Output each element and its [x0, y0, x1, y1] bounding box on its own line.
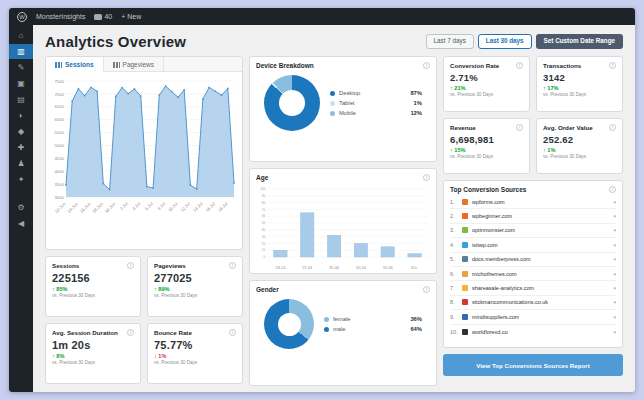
info-icon[interactable]: i	[516, 124, 523, 131]
info-icon[interactable]: i	[423, 286, 430, 293]
sidebar-item-tools[interactable]: ✦	[9, 172, 33, 187]
info-icon[interactable]: i	[423, 174, 430, 181]
svg-text:0: 0	[263, 255, 265, 259]
metric-value: 3142	[543, 72, 616, 83]
comments-bubble-icon	[94, 14, 102, 20]
svg-text:55-64: 55-64	[383, 266, 393, 270]
wordpress-logo-menu[interactable]: W	[17, 12, 27, 22]
main-content: Analytics Overview Last 7 days Last 30 d…	[33, 25, 635, 392]
legend-label: female	[333, 316, 350, 322]
tab-sessions[interactable]: Sessions	[46, 57, 104, 72]
conversion-source-row[interactable]: 6.michothemes.com▾	[450, 267, 616, 281]
metric-card-conversion-rate: Conversion Ratei 2.71% ↑ 21% vs. Previou…	[443, 56, 530, 112]
sidebar-item-posts[interactable]: ✎	[9, 60, 33, 75]
view-report-button[interactable]: View Top Conversions Sources Report	[443, 354, 623, 376]
sidebar-item-dashboard[interactable]: ⌂	[9, 28, 33, 43]
metric-label: Avg. Order Value	[543, 124, 593, 131]
conversion-source-row[interactable]: 8.stickmancommunications.co.uk▾	[450, 296, 616, 310]
svg-text:3000: 3000	[54, 195, 64, 200]
metric-delta: 85%	[56, 286, 67, 292]
sessions-trend-chart: 3000350040004500500055006000650070007500…	[46, 72, 242, 237]
svg-text:35-44: 35-44	[329, 266, 339, 270]
legend-item: female36%	[324, 316, 422, 322]
metric-compare-label: vs. Previous 30 Days	[52, 360, 134, 365]
age-bar-chart: 010203040506070809010018-2425-3435-4445-…	[250, 183, 436, 274]
conversion-source-row[interactable]: 3.optinmonster.com▾	[450, 224, 616, 238]
source-rank: 2.	[450, 213, 458, 219]
info-icon[interactable]: i	[229, 329, 236, 336]
chevron-down-icon: ▾	[613, 271, 616, 277]
sidebar-item-users[interactable]: ♟	[9, 156, 33, 171]
legend-label: Mobile	[339, 110, 356, 116]
conversion-source-row[interactable]: 10.worldforexd.co▾	[450, 325, 616, 339]
sidebar-item-pages[interactable]: ▤	[9, 92, 33, 107]
conversion-source-row[interactable]: 5.docs.memberpress.com▾	[450, 253, 616, 267]
metric-value: 2.71%	[450, 72, 523, 83]
site-name-menu[interactable]: MonsterInsights	[36, 13, 85, 20]
conversion-source-row[interactable]: 7.shareasale-analytics.com▾	[450, 281, 616, 295]
sidebar-item-appearance[interactable]: ◆	[9, 124, 33, 139]
custom-date-range-button[interactable]: Set Custom Date Range	[536, 34, 623, 48]
svg-text:18 Jul: 18 Jul	[217, 201, 229, 213]
sidebar-item-media[interactable]: ▣	[9, 76, 33, 91]
metric-value: 252.62	[543, 134, 616, 145]
metric-delta: 8%	[56, 353, 64, 359]
last-30-days-button[interactable]: Last 30 days	[478, 34, 532, 48]
trend-tabs: Sessions Pageviews	[46, 57, 242, 72]
info-icon[interactable]: i	[609, 124, 616, 131]
source-domain: isitwp.com	[472, 242, 498, 248]
users-icon: ♟	[17, 159, 24, 168]
source-domain: mindtsuppliers.com	[472, 314, 519, 320]
sidebar-item-comments[interactable]: ◗	[9, 108, 33, 123]
collapse-menu-icon: ◀	[18, 219, 24, 228]
svg-text:70: 70	[262, 208, 266, 212]
info-icon[interactable]: i	[127, 329, 134, 336]
info-icon[interactable]: i	[423, 62, 430, 69]
metric-delta: 17%	[547, 85, 558, 91]
conversion-source-row[interactable]: 2.wpbeginner.com▾	[450, 209, 616, 223]
source-rank: 3.	[450, 227, 458, 233]
svg-text:10 Jul: 10 Jul	[167, 201, 179, 213]
metric-compare-label: vs. Previous 30 Days	[52, 293, 134, 298]
metric-card-revenue: Revenuei 6,698,981 ↑ 15% vs. Previous 30…	[443, 118, 530, 174]
sidebar-item-plugins[interactable]: ✚	[9, 140, 33, 155]
comments-menu[interactable]: 40	[94, 13, 112, 20]
source-favicon-icon	[462, 199, 468, 205]
info-icon[interactable]: i	[516, 62, 523, 69]
appearance-icon: ◆	[18, 127, 24, 136]
conversion-sources-list: 1.wpforms.com▾2.wpbeginner.com▾3.optinmo…	[444, 195, 622, 339]
device-breakdown-title: Device Breakdown	[256, 62, 314, 69]
sidebar-item-collapse-menu[interactable]: ◀	[9, 216, 33, 231]
conversion-source-row[interactable]: 1.wpforms.com▾	[450, 195, 616, 209]
svg-text:3500: 3500	[54, 182, 64, 187]
info-icon[interactable]: i	[127, 262, 134, 269]
comments-count: 40	[104, 13, 112, 20]
svg-text:6 Jul: 6 Jul	[144, 201, 154, 211]
source-domain: optinmonster.com	[472, 227, 515, 233]
svg-text:24 Jun: 24 Jun	[66, 201, 79, 214]
device-breakdown-donut	[264, 75, 320, 131]
new-content-menu[interactable]: + New	[121, 13, 141, 20]
tab-pageviews[interactable]: Pageviews	[104, 57, 164, 71]
svg-text:30 Jun: 30 Jun	[104, 201, 117, 214]
pages-icon: ▤	[17, 95, 25, 104]
legend-label: Tablet	[339, 100, 354, 106]
source-rank: 10.	[450, 329, 458, 335]
chevron-down-icon: ▾	[613, 256, 616, 262]
svg-text:100: 100	[260, 187, 265, 191]
sessions-chart-card: Sessions Pageviews 300035004000450050005…	[45, 56, 243, 250]
sidebar-item-monsterinsights[interactable]: ▥	[9, 44, 33, 59]
chevron-down-icon: ▾	[613, 242, 616, 248]
info-icon[interactable]: i	[609, 186, 616, 193]
gender-card: Gender i female36%male64%	[249, 280, 437, 386]
metric-label: Avg. Session Duration	[52, 329, 118, 336]
source-domain: worldforexd.co	[472, 329, 508, 335]
legend-value: 64%	[410, 326, 422, 332]
metric-compare-label: vs. Previous 30 Days	[543, 92, 616, 97]
conversion-source-row[interactable]: 4.isitwp.com▾	[450, 238, 616, 252]
sidebar-item-settings[interactable]: ⚙	[9, 200, 33, 215]
info-icon[interactable]: i	[609, 62, 616, 69]
info-icon[interactable]: i	[229, 262, 236, 269]
conversion-source-row[interactable]: 9.mindtsuppliers.com▾	[450, 310, 616, 324]
last-7-days-button[interactable]: Last 7 days	[426, 34, 474, 48]
